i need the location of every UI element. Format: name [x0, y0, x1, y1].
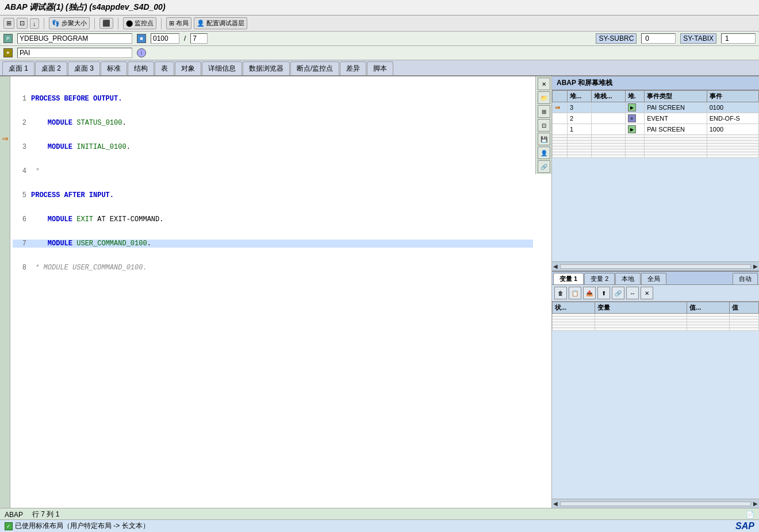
- toolbar-btn-3[interactable]: ↓: [30, 18, 39, 29]
- var-col-value[interactable]: 值: [730, 302, 759, 314]
- stack-row-2[interactable]: 2 ≡ EVENT END-OF-S: [553, 113, 759, 124]
- stack-row-1-event: 0100: [707, 102, 758, 113]
- sy-fields: SY-SUBRC 0 SY-TABIX 1: [596, 33, 756, 44]
- tab-detail[interactable]: 详细信息: [202, 61, 242, 75]
- var-tab-bar: 变量 1 变量 2 本地 全局 自动: [552, 272, 759, 285]
- title-bar: ABAP 调试器(1) (独占) (s4appdev_S4D_00): [0, 0, 759, 16]
- code-tool-expand[interactable]: ⊞: [538, 105, 550, 118]
- stack-row-1[interactable]: ⇒ 3 ▶ PAI SCREEN 0100: [553, 102, 759, 113]
- toolbar-sep-4: [161, 18, 162, 29]
- stack-row-3-num: 1: [568, 124, 592, 135]
- var-tool-link2[interactable]: ↔: [626, 287, 639, 299]
- code-tool-save[interactable]: 💾: [538, 133, 550, 145]
- var-col-valtype[interactable]: 值...: [687, 302, 730, 314]
- tab-script[interactable]: 脚本: [367, 61, 393, 75]
- code-tool-folder[interactable]: 📁: [538, 91, 550, 104]
- var-scroll-track[interactable]: [560, 502, 751, 506]
- program-input[interactable]: [17, 33, 132, 44]
- tab-breakpoint[interactable]: 断点/监控点: [290, 61, 339, 75]
- stack-col-2[interactable]: 堆栈...: [592, 91, 625, 102]
- code-editor[interactable]: 1 PROCESS BEFORE OUTPUT. 2 MODULE STATUS…: [10, 76, 552, 508]
- toolbar-btn-breakpoint[interactable]: ⬤ 监控点: [123, 17, 156, 29]
- code-position: 行 7 列 1: [32, 510, 59, 519]
- stack-row-2-arrow: [553, 113, 568, 124]
- var-toolbar: 🗑 📋 📤 ⬆ 🔗 ↔ ✕: [552, 285, 759, 302]
- sy-subrc-value: 0: [641, 33, 676, 44]
- code-tool-user[interactable]: 👤: [538, 147, 550, 159]
- stack-row-3-arrow: [553, 124, 568, 135]
- toolbar-sep-1: [44, 18, 44, 29]
- toolbar-btn-stop[interactable]: ⬛: [99, 18, 113, 29]
- code-side-toolbar: ✕ 📁 ⊞ ⊡ 💾 👤 🔗: [535, 76, 551, 174]
- breakpoint-icon: ⬤: [126, 20, 133, 27]
- var-scrollbar[interactable]: ◀ ▶: [552, 499, 759, 508]
- var-tool-copy1[interactable]: 📋: [569, 287, 581, 299]
- stack-col-event[interactable]: 事件: [707, 91, 758, 102]
- tab-structure[interactable]: 结构: [128, 61, 154, 75]
- stack-col-1[interactable]: 堆...: [568, 91, 592, 102]
- code-tool-link[interactable]: 🔗: [538, 160, 550, 173]
- code-line-6: 6 MODULE EXIT AT EXIT-COMMAND.: [13, 215, 533, 223]
- stack-scroll-track[interactable]: [560, 264, 751, 269]
- tab-table[interactable]: 表: [155, 61, 174, 75]
- var-col-name[interactable]: 变量: [595, 302, 687, 314]
- stack-scroll-left[interactable]: ◀: [553, 263, 558, 269]
- var-tab-2[interactable]: 变量 2: [584, 273, 615, 284]
- sy-subrc-label: SY-SUBRC: [596, 33, 637, 44]
- toolbar-btn-stepsize[interactable]: 👣 步聚大小: [49, 17, 90, 29]
- info-icon[interactable]: i: [137, 48, 146, 57]
- stack-row-3-type-icon: ▶: [628, 125, 636, 133]
- code-line-4: 4 *: [13, 167, 533, 175]
- stack-table: 堆... 堆栈... 堆. 事件类型 事件 ⇒ 3 ▶: [552, 90, 759, 158]
- stack-row-3-eventtype: PAI SCREEN: [645, 124, 707, 135]
- tab-desktop1[interactable]: 桌面 1: [2, 61, 34, 75]
- var-scroll-right[interactable]: ▶: [753, 500, 758, 507]
- var-tab-local[interactable]: 本地: [615, 273, 641, 284]
- stack-col-eventtype[interactable]: 事件类型: [645, 91, 707, 102]
- program-icon: P: [3, 34, 13, 43]
- var-col-status[interactable]: 状...: [553, 302, 595, 314]
- var-table-wrap[interactable]: 状... 变量 值... 值: [552, 302, 759, 499]
- config-icon: 👤: [197, 20, 205, 27]
- tab-bar: 桌面 1 桌面 2 桌面 3 标准 结构 表 对象 详细信息 数据浏览器 断点/…: [0, 60, 759, 76]
- var-tool-clear[interactable]: ✕: [641, 287, 653, 299]
- code-tool-collapse[interactable]: ⊡: [538, 119, 550, 132]
- stack-row-3[interactable]: 1 ▶ PAI SCREEN 1000: [553, 124, 759, 135]
- field-row-program: P ■ / SY-SUBRC 0 SY-TABIX 1: [0, 32, 759, 46]
- tab-object[interactable]: 对象: [175, 61, 201, 75]
- stack-row-1-icon: ▶: [625, 102, 644, 113]
- var-tool-copy2[interactable]: 📤: [583, 287, 596, 299]
- var-tool-link1[interactable]: 🔗: [612, 287, 624, 299]
- var-scroll-left[interactable]: ◀: [553, 500, 558, 507]
- code-content: 1 PROCESS BEFORE OUTPUT. 2 MODULE STATUS…: [10, 76, 551, 290]
- tab-desktop2[interactable]: 桌面 2: [35, 61, 67, 75]
- var-tool-export[interactable]: ⬆: [597, 287, 610, 299]
- stack-row-2-stack2: [592, 113, 625, 124]
- var-tab-auto[interactable]: 自动: [733, 273, 758, 284]
- stack-table-wrap[interactable]: 堆... 堆栈... 堆. 事件类型 事件 ⇒ 3 ▶: [552, 90, 759, 261]
- tab-standard[interactable]: 标准: [101, 61, 127, 75]
- stack-panel: ABAP 和屏幕堆栈 堆... 堆栈... 堆. 事件类型 事件: [552, 76, 759, 272]
- var-tool-delete[interactable]: 🗑: [554, 287, 567, 299]
- stack-scroll-right[interactable]: ▶: [753, 263, 758, 269]
- tab-diff[interactable]: 差异: [340, 61, 366, 75]
- stack-row-2-type-icon: ≡: [628, 114, 636, 122]
- event-input[interactable]: [17, 48, 132, 58]
- toolbar-btn-1[interactable]: ⊞: [3, 18, 14, 29]
- toolbar-btn-config[interactable]: 👤 配置调试器层: [194, 17, 247, 29]
- code-bottom-bar: ABAP 行 7 列 1 📄: [0, 508, 759, 521]
- tab-desktop3[interactable]: 桌面 3: [68, 61, 100, 75]
- offset-input[interactable]: [151, 33, 179, 44]
- status-check-icon: ✓: [5, 522, 13, 530]
- tab-data-browser[interactable]: 数据浏览器: [243, 61, 290, 75]
- var-tab-global[interactable]: 全局: [641, 273, 666, 284]
- stack-row-2-num: 2: [568, 113, 592, 124]
- code-tool-close[interactable]: ✕: [538, 78, 550, 90]
- offset-num-input[interactable]: [190, 33, 208, 44]
- var-tab-1[interactable]: 变量 1: [553, 273, 584, 284]
- stack-scrollbar[interactable]: ◀ ▶: [552, 261, 759, 271]
- toolbar: ⊞ ⊡ ↓ 👣 步聚大小 ⬛ ⬤ 监控点 ⊞ 布局 👤 配置调试器层: [0, 16, 759, 32]
- stack-row-1-type-icon: ▶: [628, 103, 636, 111]
- toolbar-btn-layout[interactable]: ⊞ 布局: [166, 17, 191, 29]
- toolbar-btn-2[interactable]: ⊡: [17, 18, 28, 29]
